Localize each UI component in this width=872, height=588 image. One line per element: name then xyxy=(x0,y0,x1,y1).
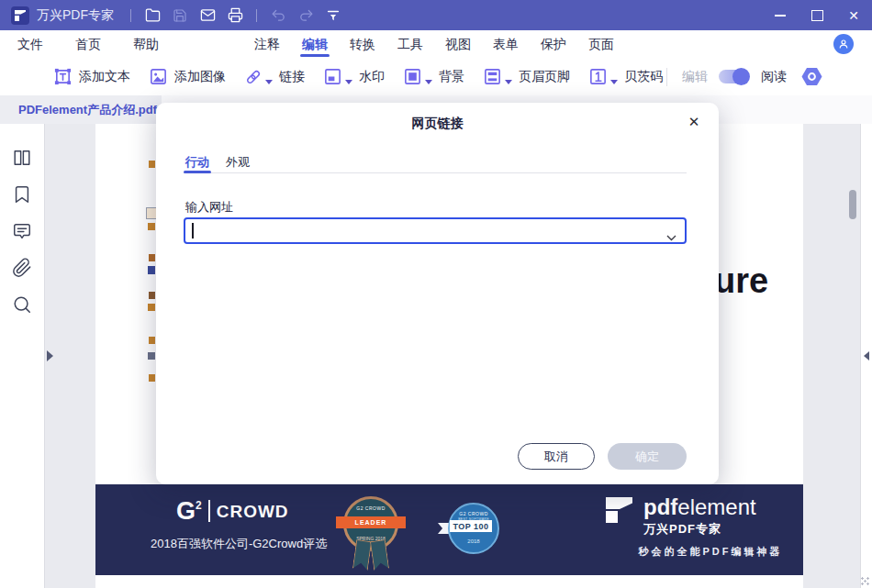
watermark-button[interactable]: 水印 xyxy=(323,67,385,86)
background-icon xyxy=(403,67,422,86)
bookmarks-panel-icon[interactable] xyxy=(12,184,32,205)
thumbnails-panel-icon[interactable] xyxy=(12,148,32,168)
pdfelement-logo-icon xyxy=(606,496,633,524)
account-avatar[interactable] xyxy=(833,34,854,54)
read-mode-label[interactable]: 阅读 xyxy=(761,69,787,85)
url-combobox[interactable] xyxy=(184,217,687,244)
add-text-button[interactable]: 添加文本 xyxy=(53,67,130,86)
tool-label: 贝茨码 xyxy=(624,69,663,85)
right-panel-expand-arrow[interactable] xyxy=(864,351,869,361)
tab-action[interactable]: 行动 xyxy=(185,154,209,171)
app-logo-icon xyxy=(11,6,29,25)
search-panel-icon[interactable] xyxy=(12,294,32,315)
chevron-down-icon[interactable] xyxy=(265,80,273,84)
tool-label: 水印 xyxy=(359,69,385,85)
cancel-button[interactable]: 取消 xyxy=(518,443,595,470)
attachments-panel-icon[interactable] xyxy=(12,258,32,278)
page-text-fragment xyxy=(148,304,155,311)
titlebar: 万兴PDF专家 xyxy=(0,0,872,30)
url-input-label: 输入网址 xyxy=(185,199,233,216)
award-caption: 2018百强软件公司-G2Crowd评选 xyxy=(151,536,327,552)
bates-number-button[interactable]: 贝茨码 xyxy=(588,67,663,86)
menu-help[interactable]: 帮助 xyxy=(133,30,159,58)
menu-form[interactable]: 表单 xyxy=(493,30,519,58)
page-footer-banner: G2CROWD 2018百强软件公司-G2Crowd评选 G2 CROWD SP… xyxy=(95,484,803,575)
sidebar-expand-arrow[interactable] xyxy=(47,350,53,361)
background-button[interactable]: 背景 xyxy=(403,67,464,86)
active-tab-underline xyxy=(184,171,211,173)
menu-tools[interactable]: 工具 xyxy=(397,30,423,58)
page-text-fragment xyxy=(149,161,155,168)
menu-convert[interactable]: 转换 xyxy=(350,30,375,58)
benefits-hexagon-icon[interactable] xyxy=(801,67,822,86)
page-text-fragment xyxy=(148,223,155,230)
chevron-down-icon[interactable] xyxy=(345,80,352,84)
window-resize-grip[interactable] xyxy=(861,577,869,585)
edit-toolbar: 添加文本 添加图像 链接 xyxy=(0,58,872,96)
url-input[interactable] xyxy=(193,220,661,241)
link-icon xyxy=(244,68,263,86)
watermark-icon xyxy=(323,67,342,86)
menu-protect[interactable]: 保护 xyxy=(541,30,566,58)
page-text-fragment xyxy=(149,254,155,261)
divider xyxy=(184,172,687,173)
save-icon[interactable] xyxy=(166,0,194,30)
link-button[interactable]: 链接 xyxy=(244,68,305,86)
chevron-down-icon[interactable] xyxy=(610,80,618,84)
text-caret xyxy=(192,223,194,239)
undo-icon[interactable] xyxy=(264,0,292,30)
add-image-button[interactable]: 添加图像 xyxy=(149,67,226,86)
maximize-button[interactable] xyxy=(799,0,835,30)
page-text-fragment xyxy=(148,266,155,274)
tool-label: 页眉页脚 xyxy=(519,69,570,85)
tool-label: 背景 xyxy=(439,69,464,85)
menu-page[interactable]: 页面 xyxy=(588,30,614,58)
menu-home[interactable]: 首页 xyxy=(75,30,101,58)
redo-icon[interactable] xyxy=(292,0,319,30)
divider xyxy=(130,9,131,22)
menu-view[interactable]: 视图 xyxy=(445,30,471,58)
customize-toolbar-icon[interactable] xyxy=(319,0,347,30)
page-text-fragment xyxy=(148,352,155,360)
page-text-fragment xyxy=(149,337,155,344)
email-icon[interactable] xyxy=(194,0,221,30)
document-tab[interactable]: PDFelement产品介绍.pdf xyxy=(0,95,162,124)
divider xyxy=(256,9,257,22)
leader-badge: G2 CROWD SPRING 2018 LEADER xyxy=(341,496,400,573)
edit-read-toggle[interactable] xyxy=(719,70,748,83)
menu-comment[interactable]: 注释 xyxy=(254,30,280,58)
tab-appearance[interactable]: 外观 xyxy=(226,154,250,171)
document-tab-label: PDFelement产品介绍.pdf xyxy=(0,102,157,118)
add-text-icon xyxy=(53,67,73,86)
left-sidebar xyxy=(0,124,45,588)
vertical-scrollbar-thumb[interactable] xyxy=(849,190,856,219)
top100-badge: G2 CROWD BEST SOFTWARE COMPANY 2018 TOP … xyxy=(447,503,498,556)
dialog-close-icon[interactable]: ✕ xyxy=(684,112,704,132)
page-heading-fragment: ure xyxy=(714,261,768,301)
tool-label: 添加图像 xyxy=(174,69,226,85)
chevron-down-icon[interactable] xyxy=(425,80,432,84)
header-footer-button[interactable]: 页眉页脚 xyxy=(483,67,570,86)
app-title: 万兴PDF专家 xyxy=(37,7,114,24)
pdfelement-tagline: 秒会的全能PDF编辑神器 xyxy=(609,545,811,559)
web-link-dialog: 网页链接 ✕ 行动 外观 输入网址 取消 确定 xyxy=(156,103,719,484)
dialog-title: 网页链接 xyxy=(156,116,719,132)
combobox-chevron-down-icon[interactable] xyxy=(666,228,676,245)
menu-edit[interactable]: 编辑 xyxy=(302,30,328,58)
chevron-down-icon[interactable] xyxy=(505,80,512,84)
comments-panel-icon[interactable] xyxy=(12,221,32,241)
menubar: 文件 首页 帮助 注释 编辑 转换 工具 视图 表单 保护 页面 xyxy=(0,30,872,59)
minimize-button[interactable] xyxy=(762,0,799,30)
header-footer-icon xyxy=(483,67,502,86)
open-file-icon[interactable] xyxy=(139,0,166,30)
menu-file[interactable]: 文件 xyxy=(17,30,43,58)
ok-button[interactable]: 确定 xyxy=(608,443,687,470)
edit-mode-label[interactable]: 编辑 xyxy=(682,69,708,85)
g2crowd-logo: G2CROWD xyxy=(176,499,289,524)
page-text-fragment xyxy=(149,374,155,382)
print-icon[interactable] xyxy=(221,0,249,30)
bates-number-icon xyxy=(588,67,608,86)
page-text-fragment xyxy=(149,292,155,299)
add-image-icon xyxy=(149,67,168,86)
close-button[interactable]: ✕ xyxy=(835,0,872,30)
